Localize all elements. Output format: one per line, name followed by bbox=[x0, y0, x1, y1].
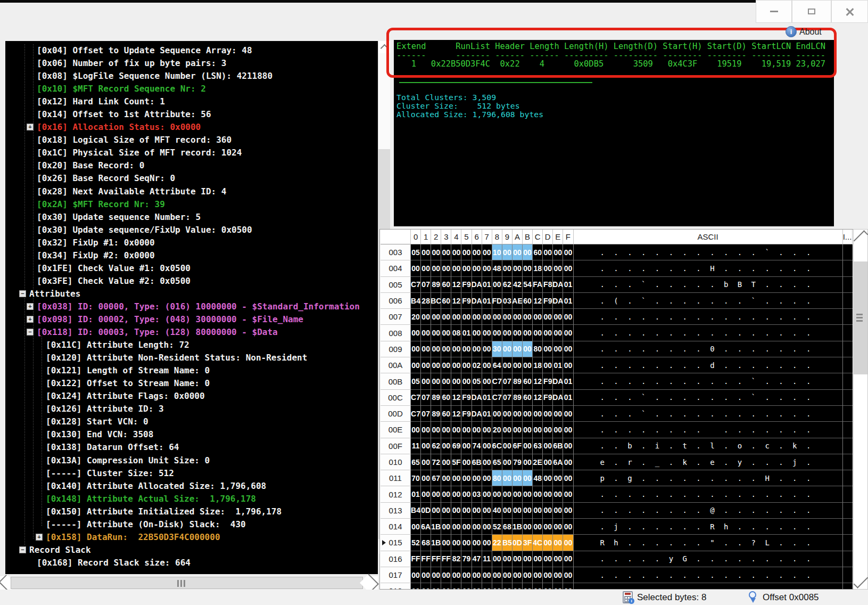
hex-byte-cell[interactable]: F9 bbox=[543, 293, 553, 309]
hex-byte-cell[interactable]: 00 bbox=[502, 341, 512, 357]
hex-byte-cell[interactable]: 68 bbox=[502, 519, 512, 535]
hex-byte-cell[interactable]: 01 bbox=[482, 406, 492, 422]
hex-byte-cell[interactable]: 07 bbox=[421, 277, 431, 293]
hex-byte-cell[interactable]: 00 bbox=[523, 567, 533, 583]
hex-byte-cell[interactable]: 00 bbox=[441, 422, 451, 438]
ascii-cell[interactable]: ...`.......`.... bbox=[574, 390, 843, 406]
hex-byte-cell[interactable]: 00 bbox=[553, 486, 563, 502]
ascii-cell[interactable]: ........0....... bbox=[574, 341, 843, 357]
hex-byte-cell[interactable]: 00 bbox=[482, 341, 492, 357]
hex-byte-cell[interactable]: 00 bbox=[502, 438, 512, 454]
hex-byte-cell[interactable]: 00 bbox=[421, 486, 431, 502]
hex-byte-cell[interactable]: 00 bbox=[523, 438, 533, 454]
hex-byte-cell[interactable]: 00 bbox=[431, 244, 441, 260]
hex-byte-cell[interactable]: 00 bbox=[492, 406, 502, 422]
hex-byte-cell[interactable]: 00 bbox=[451, 567, 461, 583]
hex-byte-cell[interactable]: 62 bbox=[502, 277, 512, 293]
hex-byte-cell[interactable]: 00 bbox=[502, 454, 512, 470]
hex-byte-cell[interactable]: 00 bbox=[421, 470, 431, 486]
hex-byte-cell[interactable]: 00 bbox=[461, 309, 472, 325]
hex-byte-cell[interactable]: F9 bbox=[543, 390, 553, 406]
hex-byte-cell[interactable]: 01 bbox=[563, 277, 573, 293]
hex-byte-cell[interactable]: AE bbox=[512, 293, 523, 309]
hex-byte-cell[interactable]: 00 bbox=[431, 583, 441, 590]
hex-byte-cell[interactable]: 00 bbox=[492, 583, 502, 590]
tree-row[interactable]: [0x150] Attribute Initialized Size: 1,79… bbox=[5, 505, 378, 518]
hex-byte-cell[interactable]: 00 bbox=[441, 244, 451, 260]
hex-byte-cell[interactable]: 1B bbox=[512, 519, 523, 535]
hex-byte-cell[interactable]: 00 bbox=[553, 519, 563, 535]
hex-byte-cell[interactable]: 00 bbox=[482, 260, 492, 276]
hex-byte-cell[interactable]: 00 bbox=[441, 470, 451, 486]
hex-byte-cell[interactable]: 00 bbox=[563, 583, 573, 590]
minimize-button[interactable] bbox=[756, 0, 792, 23]
hex-byte-cell[interactable]: 00 bbox=[512, 260, 523, 276]
hex-byte-cell[interactable]: 00 bbox=[461, 357, 472, 373]
hex-byte-cell[interactable]: 03 bbox=[502, 293, 512, 309]
hex-byte-cell[interactable]: 00 bbox=[441, 341, 451, 357]
hex-byte-cell[interactable]: 00 bbox=[512, 244, 523, 260]
tree-row[interactable]: +[0x16] Allocation Status: 0x0000 bbox=[5, 121, 378, 134]
hex-byte-cell[interactable]: 02 bbox=[472, 357, 482, 373]
hex-byte-cell[interactable]: 89 bbox=[431, 390, 441, 406]
hex-byte-cell[interactable]: F9 bbox=[461, 293, 472, 309]
hex-byte-cell[interactable]: 00 bbox=[431, 567, 441, 583]
hex-byte-cell[interactable]: 30 bbox=[492, 341, 502, 357]
hex-byte-cell[interactable]: 28 bbox=[421, 293, 431, 309]
hex-byte-cell[interactable]: 00 bbox=[543, 422, 553, 438]
ascii-cell[interactable]: p.g.........H... bbox=[574, 470, 843, 486]
hex-byte-cell[interactable]: 00 bbox=[492, 309, 502, 325]
hex-byte-cell[interactable]: 00 bbox=[512, 583, 523, 590]
hex-byte-cell[interactable]: DA bbox=[553, 373, 563, 389]
hex-byte-cell[interactable]: 00 bbox=[482, 567, 492, 583]
hex-byte-cell[interactable]: 00 bbox=[482, 357, 492, 373]
tree-row[interactable]: [0x30] Update sequence Number: 5 bbox=[5, 211, 378, 224]
hex-byte-cell[interactable]: 01 bbox=[461, 325, 472, 341]
hex-byte-cell[interactable]: 00 bbox=[512, 309, 523, 325]
hex-byte-cell[interactable]: 00 bbox=[533, 503, 543, 519]
tree-row[interactable]: [0x126] Attribute ID: 3 bbox=[5, 403, 378, 415]
tree-row[interactable]: [-----] Cluster Size: 512 bbox=[5, 467, 378, 480]
hex-byte-cell[interactable]: 12 bbox=[451, 293, 461, 309]
hex-byte-cell[interactable]: 01 bbox=[553, 357, 563, 373]
hex-byte-cell[interactable]: 00 bbox=[461, 438, 472, 454]
hex-byte-cell[interactable]: 05 bbox=[411, 244, 421, 260]
hex-byte-cell[interactable]: 60 bbox=[441, 390, 451, 406]
hex-byte-cell[interactable]: 00 bbox=[492, 325, 502, 341]
hex-byte-cell[interactable]: 69 bbox=[451, 438, 461, 454]
hex-byte-cell[interactable]: 00 bbox=[553, 551, 563, 567]
hex-byte-cell[interactable]: 12 bbox=[451, 390, 461, 406]
hex-byte-cell[interactable]: 00 bbox=[512, 470, 523, 486]
tree-row[interactable]: [0x138] Datarun Offset: 64 bbox=[5, 441, 378, 454]
hex-byte-cell[interactable]: 00 bbox=[411, 519, 421, 535]
hex-byte-cell[interactable]: 07 bbox=[421, 406, 431, 422]
hex-byte-cell[interactable]: 60 bbox=[441, 277, 451, 293]
hex-byte-cell[interactable]: 00 bbox=[441, 519, 451, 535]
tree-row[interactable]: +[0x098] ID: 00002, Type: (048) 30000000… bbox=[5, 313, 378, 326]
tree-row[interactable]: [0x10] $MFT Record Sequence Nr: 2 bbox=[5, 83, 378, 95]
hex-byte-cell[interactable]: FA bbox=[533, 277, 543, 293]
tree-row[interactable]: [0x28] Next Available Attribute ID: 4 bbox=[5, 185, 378, 198]
hex-byte-cell[interactable]: 00 bbox=[451, 357, 461, 373]
hex-byte-cell[interactable]: 00 bbox=[533, 486, 543, 502]
hex-byte-cell[interactable]: DA bbox=[472, 293, 482, 309]
maximize-button[interactable] bbox=[792, 0, 831, 23]
hex-byte-cell[interactable]: 00 bbox=[563, 551, 573, 567]
hex-byte-cell[interactable]: 00 bbox=[563, 325, 573, 341]
hex-byte-cell[interactable]: 00 bbox=[543, 583, 553, 590]
ascii-cell[interactable]: ........ ....... bbox=[574, 422, 843, 438]
hex-byte-cell[interactable]: 6B bbox=[553, 438, 563, 454]
hex-byte-cell[interactable]: 00 bbox=[482, 373, 492, 389]
hex-byte-cell[interactable]: 18 bbox=[533, 260, 543, 276]
tree-row[interactable]: −Attributes bbox=[5, 288, 378, 300]
hex-byte-cell[interactable]: 00 bbox=[441, 486, 451, 502]
expand-box-icon[interactable]: + bbox=[36, 534, 43, 541]
hex-byte-cell[interactable]: 00 bbox=[563, 470, 573, 486]
hex-byte-cell[interactable]: 00 bbox=[523, 486, 533, 502]
hex-byte-cell[interactable]: 00 bbox=[472, 260, 482, 276]
hex-byte-cell[interactable]: 00 bbox=[461, 583, 472, 590]
hex-byte-cell[interactable]: 00 bbox=[421, 438, 431, 454]
hex-byte-cell[interactable]: 00 bbox=[563, 535, 573, 551]
expand-box-icon[interactable]: + bbox=[27, 303, 34, 310]
hex-byte-cell[interactable]: 60 bbox=[523, 373, 533, 389]
